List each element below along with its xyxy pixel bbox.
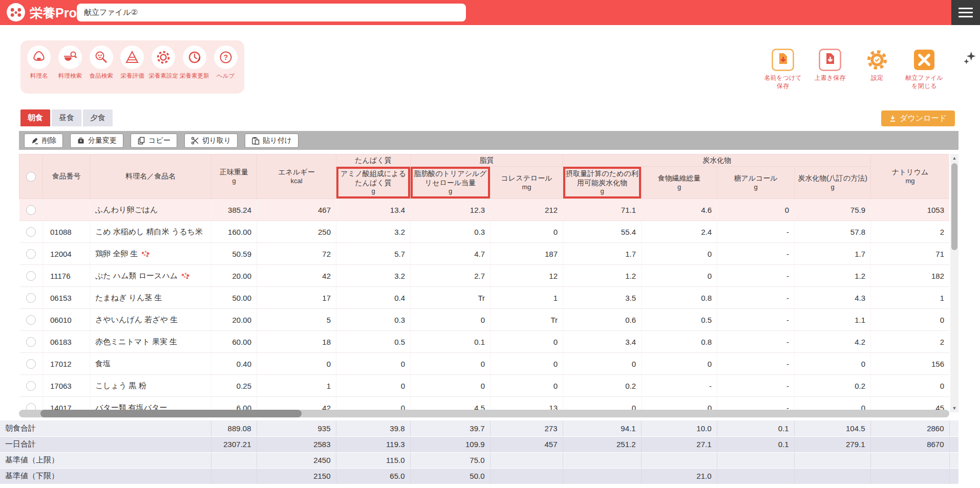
value-cell: 0 <box>642 353 717 375</box>
file-name-input[interactable] <box>77 4 466 21</box>
summary-value: 0.1 <box>717 420 794 436</box>
value-cell: 0.5 <box>336 331 411 353</box>
row-checkbox[interactable] <box>26 293 36 303</box>
vertical-scrollbar-thumb[interactable] <box>951 163 957 250</box>
close-file-button[interactable]: 献立ファイルを閉じる <box>903 49 945 90</box>
horizontal-scrollbar-thumb[interactable] <box>40 410 302 417</box>
row-checkbox[interactable] <box>26 227 36 237</box>
value-cell: 12.3 <box>411 199 491 221</box>
value-cell: 0.8 <box>642 287 717 309</box>
row-checkbox[interactable] <box>26 271 36 281</box>
column-unit: g <box>413 187 488 195</box>
quantity-change-button[interactable]: 分量変更 <box>70 134 123 148</box>
select-all-checkbox[interactable] <box>26 172 36 182</box>
summary-filler <box>949 452 958 468</box>
row-checkbox[interactable] <box>26 337 36 347</box>
row-checkbox[interactable] <box>26 249 36 259</box>
value-cell: 0.1 <box>411 331 491 353</box>
ribbon-item-nutrient-settings[interactable]: 栄養素設定 <box>148 46 179 80</box>
value-cell: 2.4 <box>642 221 717 243</box>
column-label: 食品番号 <box>43 172 90 181</box>
column-header-5: 脂肪酸のトリアシルグリセロール当量g <box>411 167 491 199</box>
ribbon-item-nutrition-eval[interactable]: 栄養評価 <box>117 46 147 80</box>
food-row: ふんわり卵ごはん385.2446713.412.321271.14.6075.9… <box>19 199 950 221</box>
value-cell: Tr <box>411 287 491 309</box>
ribbon-panel: 料理名料理検索食品検索栄養評価栄養素設定栄養素更新?ヘルプ <box>20 40 244 94</box>
ribbon-item-help[interactable]: ?ヘルプ <box>210 46 241 80</box>
ribbon-item-label: ヘルプ <box>217 72 235 80</box>
value-cell: 187 <box>491 243 563 265</box>
row-checkbox[interactable] <box>26 315 36 325</box>
value-cell: 0.3 <box>411 221 491 243</box>
delete-button[interactable]: 削除 <box>24 134 63 148</box>
vertical-scrollbar[interactable]: ▲ ▼ <box>950 154 958 412</box>
food-name: 食塩 <box>95 359 111 368</box>
summary-table: 朝食合計889.0893539.839.727394.110.00.1104.5… <box>0 420 958 484</box>
row-checkbox[interactable] <box>26 359 36 369</box>
nutrient-settings-icon <box>152 46 175 69</box>
summary-value: 251.2 <box>563 436 641 452</box>
paste-button[interactable]: 貼り付け <box>245 134 299 148</box>
settings-gear-button[interactable]: 設定 <box>856 49 898 82</box>
save-as-button[interactable]: 名前をつけて保存 <box>762 49 804 90</box>
meal-tabs: 朝食昼食夕食 <box>20 109 113 126</box>
allergen-icon <box>181 271 190 280</box>
food-row: 17012食塩0.40000000-0156 <box>19 353 950 375</box>
value-cell: 1 <box>491 287 563 309</box>
value-cell: 71 <box>871 243 950 265</box>
ribbon-item-food-search[interactable]: 食品検索 <box>86 46 116 80</box>
summary-label: 朝食合計 <box>0 420 211 436</box>
food-name: たまねぎ りん茎 生 <box>95 293 162 302</box>
overwrite-save-button[interactable]: 上書き保存 <box>809 49 851 82</box>
ribbon-item-dish-search[interactable]: 料理検索 <box>55 46 86 80</box>
dish-name-icon <box>27 46 51 69</box>
column-label: アミノ酸組成によるたんぱく質 <box>338 169 408 187</box>
food-row: 17063こしょう 黒 粉0.2510000.2--0.20 <box>19 375 950 397</box>
nutrition-table: 食品番号料理名／食品名正味重量gエネルギーkcalたんぱく質脂質炭水化物ナトリウ… <box>19 154 949 412</box>
download-button[interactable]: ダウンロード <box>881 110 955 126</box>
summary-value: 0.1 <box>717 436 794 452</box>
group-header: 炭水化物 <box>563 154 871 167</box>
row-select-cell <box>19 353 43 375</box>
summary-value: 10.0 <box>641 420 717 436</box>
value-cell: 0 <box>411 353 491 375</box>
ai-sparkle-icon[interactable] <box>963 51 976 66</box>
help-icon: ? <box>214 46 238 69</box>
column-label: コレステロール <box>493 174 561 183</box>
value-cell: 0 <box>642 243 717 265</box>
column-unit: g <box>719 183 792 191</box>
value-cell: 0.2 <box>563 375 642 397</box>
horizontal-scrollbar[interactable] <box>19 410 949 417</box>
value-cell: 0 <box>411 375 491 397</box>
value-cell: 385.24 <box>211 199 257 221</box>
value-cell: 4.2 <box>795 331 871 353</box>
tab-breakfast[interactable]: 朝食 <box>20 109 50 126</box>
row-checkbox[interactable] <box>26 205 36 215</box>
ribbon-item-label: 料理検索 <box>58 72 82 80</box>
group-header: 脂質 <box>411 154 563 167</box>
summary-value: 27.1 <box>641 436 717 452</box>
summary-filler <box>949 468 958 484</box>
row-checkbox[interactable] <box>26 381 36 391</box>
summary-label: 基準値（上限） <box>0 452 211 468</box>
value-cell: 0 <box>563 353 642 375</box>
value-cell: 0 <box>717 199 795 221</box>
scroll-down-icon[interactable]: ▼ <box>950 404 958 412</box>
column-label: 料理名／食品名 <box>90 172 211 181</box>
column-unit: g <box>797 183 868 191</box>
value-cell: 182 <box>871 265 950 287</box>
cut-button[interactable]: 切り取り <box>184 134 238 148</box>
tab-lunch[interactable]: 昼食 <box>52 109 81 126</box>
value-cell: - <box>717 375 795 397</box>
value-cell: 5.7 <box>336 243 411 265</box>
tab-dinner[interactable]: 夕食 <box>83 109 113 126</box>
ribbon-item-dish-name[interactable]: 料理名 <box>24 46 54 80</box>
ribbon-item-nutrient-update[interactable]: 栄養素更新 <box>179 46 209 80</box>
value-cell: 2.7 <box>411 265 491 287</box>
value-cell: - <box>717 309 795 331</box>
food-search-icon <box>90 46 113 69</box>
scroll-up-icon[interactable]: ▲ <box>950 154 958 162</box>
hamburger-menu-button[interactable] <box>951 0 980 25</box>
food-code-cell: 17063 <box>43 375 90 397</box>
copy-button[interactable]: コピー <box>131 134 177 148</box>
